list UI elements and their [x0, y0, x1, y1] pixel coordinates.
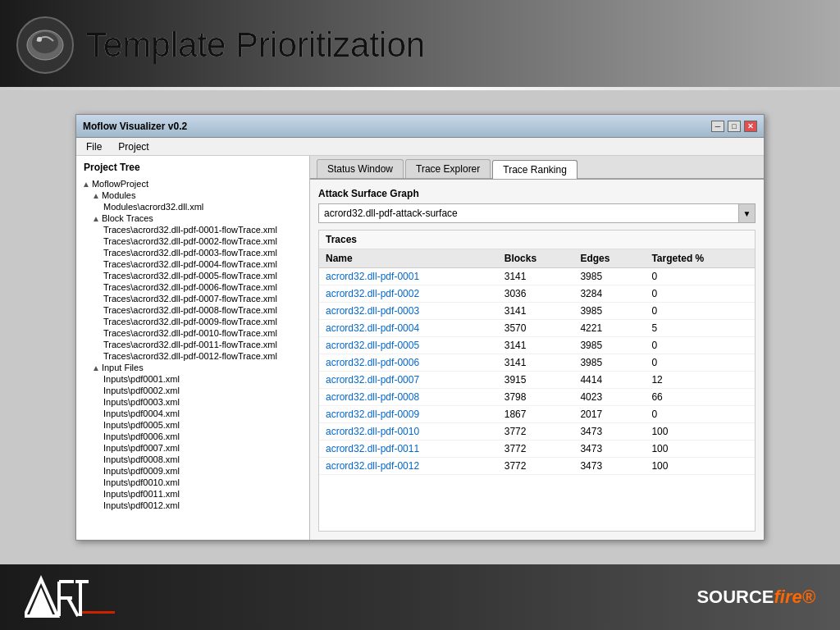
header-stripe: [0, 87, 840, 90]
tree-item-input-0007[interactable]: Inputs\pdf0007.xml: [80, 442, 305, 454]
cell-name-9[interactable]: acrord32.dll-pdf-0010: [319, 423, 498, 441]
cell-edges-6: 4414: [573, 372, 645, 389]
col-targeted[interactable]: Targeted %: [645, 249, 755, 268]
cell-name-8[interactable]: acrord32.dll-pdf-0009: [319, 406, 498, 423]
tree-item-trace-0003[interactable]: Traces\acrord32.dll-pdf-0003-flowTrace.x…: [80, 247, 305, 258]
menubar: File Project: [76, 138, 764, 156]
tree-item-trace-0002[interactable]: Traces\acrord32.dll-pdf-0002-flowTrace.x…: [80, 235, 305, 247]
cell-name-2[interactable]: acrord32.dll-pdf-0003: [319, 303, 498, 320]
col-name[interactable]: Name: [319, 249, 498, 268]
table-row: acrord32.dll-pdf-0008 3798 4023 66: [319, 389, 755, 406]
cell-name-3[interactable]: acrord32.dll-pdf-0004: [319, 320, 498, 337]
tree-item-trace-0010[interactable]: Traces\acrord32.dll-pdf-0010-flowTrace.x…: [80, 327, 305, 339]
cell-name-1[interactable]: acrord32.dll-pdf-0002: [319, 285, 498, 303]
tree-item-input-0006[interactable]: Inputs\pdf0006.xml: [80, 431, 305, 442]
cell-name-5[interactable]: acrord32.dll-pdf-0006: [319, 354, 498, 372]
cell-name-7[interactable]: acrord32.dll-pdf-0008: [319, 389, 498, 406]
fire-text: fire®: [774, 587, 815, 607]
svg-point-1: [32, 32, 58, 53]
tree-item-input-0002[interactable]: Inputs\pdf0002.xml: [80, 385, 305, 396]
tree-item-block-traces[interactable]: ▲ Block Traces: [80, 212, 305, 224]
menu-project[interactable]: Project: [115, 139, 152, 154]
attack-surface-label: Attack Surface Graph: [318, 188, 756, 199]
tab-trace-explorer[interactable]: Trace Explorer: [405, 159, 491, 178]
tree-item-input-0003[interactable]: Inputs\pdf0003.xml: [80, 396, 305, 408]
tree-item-trace-0011[interactable]: Traces\acrord32.dll-pdf-0011-flowTrace.x…: [80, 339, 305, 350]
col-blocks[interactable]: Blocks: [498, 249, 574, 268]
cell-blocks-3: 3570: [498, 320, 574, 337]
tree-item-trace-0004[interactable]: Traces\acrord32.dll-pdf-0004-flowTrace.x…: [80, 258, 305, 270]
maximize-button[interactable]: □: [728, 121, 741, 132]
minimize-button[interactable]: ─: [711, 121, 724, 132]
cell-targeted-1: 0: [645, 285, 755, 303]
table-row: acrord32.dll-pdf-0006 3141 3985 0: [319, 354, 755, 372]
tab-status-window[interactable]: Status Window: [317, 159, 404, 178]
dropdown-arrow-button[interactable]: ▼: [739, 203, 756, 223]
tree-item-moflowproject[interactable]: ▲ MoflowProject: [80, 178, 305, 189]
cell-targeted-5: 0: [645, 354, 755, 372]
cell-blocks-4: 3141: [498, 337, 574, 354]
cell-name-11[interactable]: acrord32.dll-pdf-0012: [319, 458, 498, 475]
menu-file[interactable]: File: [83, 139, 105, 154]
cell-edges-0: 3985: [573, 268, 645, 285]
cell-name-4[interactable]: acrord32.dll-pdf-0005: [319, 337, 498, 354]
cell-targeted-10: 100: [645, 441, 755, 458]
table-row: acrord32.dll-pdf-0002 3036 3284 0: [319, 285, 755, 303]
col-edges[interactable]: Edges: [573, 249, 645, 268]
tree-item-trace-0006[interactable]: Traces\acrord32.dll-pdf-0006-flowTrace.x…: [80, 281, 305, 293]
tree-item-input-0009[interactable]: Inputs\pdf0009.xml: [80, 465, 305, 477]
cell-targeted-0: 0: [645, 268, 755, 285]
cell-edges-9: 3473: [573, 423, 645, 441]
cell-edges-3: 4221: [573, 320, 645, 337]
cell-edges-10: 3473: [573, 441, 645, 458]
tree-item-input-0001[interactable]: Inputs\pdf0001.xml: [80, 373, 305, 385]
attack-surface-dropdown-row: acrord32.dll-pdf-attack-surface ▼: [318, 203, 756, 223]
tree-item-input-0008[interactable]: Inputs\pdf0008.xml: [80, 454, 305, 465]
attack-surface-dropdown[interactable]: acrord32.dll-pdf-attack-surface: [318, 203, 739, 223]
cell-blocks-1: 3036: [498, 285, 574, 303]
tree-item-trace-0001[interactable]: Traces\acrord32.dll-pdf-0001-flowTrace.x…: [80, 224, 305, 235]
tree-item-modules[interactable]: ▲ Modules: [80, 189, 305, 201]
tree-item-input-0010[interactable]: Inputs\pdf0010.xml: [80, 477, 305, 488]
tree-item-modules-dll[interactable]: Modules\acrord32.dll.xml: [80, 201, 305, 212]
footer-logo-left: [25, 575, 115, 620]
cell-blocks-10: 3772: [498, 441, 574, 458]
tree-item-trace-0005[interactable]: Traces\acrord32.dll-pdf-0005-flowTrace.x…: [80, 270, 305, 281]
cell-blocks-7: 3798: [498, 389, 574, 406]
dropdown-value: acrord32.dll-pdf-attack-surface: [324, 208, 458, 219]
table-row: acrord32.dll-pdf-0007 3915 4414 12: [319, 372, 755, 389]
cell-blocks-11: 3772: [498, 458, 574, 475]
tree-item-trace-0007[interactable]: Traces\acrord32.dll-pdf-0007-flowTrace.x…: [80, 293, 305, 304]
right-panel: Status Window Trace Explorer Trace Ranki…: [310, 156, 764, 540]
cell-name-10[interactable]: acrord32.dll-pdf-0011: [319, 441, 498, 458]
cell-targeted-2: 0: [645, 303, 755, 320]
main-content: Moflow Visualizer v0.2 ─ □ ✕ File Projec…: [0, 90, 840, 564]
tab-trace-ranking[interactable]: Trace Ranking: [492, 160, 578, 179]
cell-edges-1: 3284: [573, 285, 645, 303]
cell-name-0[interactable]: acrord32.dll-pdf-0001: [319, 268, 498, 285]
tree-item-input-0012[interactable]: Inputs\pdf0012.xml: [80, 500, 305, 511]
cell-name-6[interactable]: acrord32.dll-pdf-0007: [319, 372, 498, 389]
close-button[interactable]: ✕: [744, 121, 757, 132]
table-row: acrord32.dll-pdf-0012 3772 3473 100: [319, 458, 755, 475]
tree-item-input-0004[interactable]: Inputs\pdf0004.xml: [80, 408, 305, 419]
app-window: Moflow Visualizer v0.2 ─ □ ✕ File Projec…: [75, 114, 765, 541]
cell-blocks-8: 1867: [498, 406, 574, 423]
tree-item-trace-0008[interactable]: Traces\acrord32.dll-pdf-0008-flowTrace.x…: [80, 304, 305, 316]
cell-edges-11: 3473: [573, 458, 645, 475]
cell-targeted-3: 5: [645, 320, 755, 337]
tree-item-input-0011[interactable]: Inputs\pdf0011.xml: [80, 488, 305, 500]
table-header-row: Name Blocks Edges Targeted %: [319, 249, 755, 268]
tree-item-trace-0009[interactable]: Traces\acrord32.dll-pdf-0009-flowTrace.x…: [80, 316, 305, 327]
tree-item-input-files[interactable]: ▲ Input Files: [80, 362, 305, 373]
tree-item-input-0005[interactable]: Inputs\pdf0005.xml: [80, 419, 305, 431]
cell-blocks-2: 3141: [498, 303, 574, 320]
footer-logo-right: SOURCEfire®: [696, 587, 815, 608]
traces-section: Traces Name Blocks Edges Targeted %: [318, 230, 756, 532]
cell-edges-5: 3985: [573, 354, 645, 372]
tree-item-trace-0012[interactable]: Traces\acrord32.dll-pdf-0012-flowTrace.x…: [80, 350, 305, 362]
cell-edges-8: 2017: [573, 406, 645, 423]
cell-blocks-5: 3141: [498, 354, 574, 372]
cell-targeted-9: 100: [645, 423, 755, 441]
traces-header: Traces: [319, 231, 755, 249]
